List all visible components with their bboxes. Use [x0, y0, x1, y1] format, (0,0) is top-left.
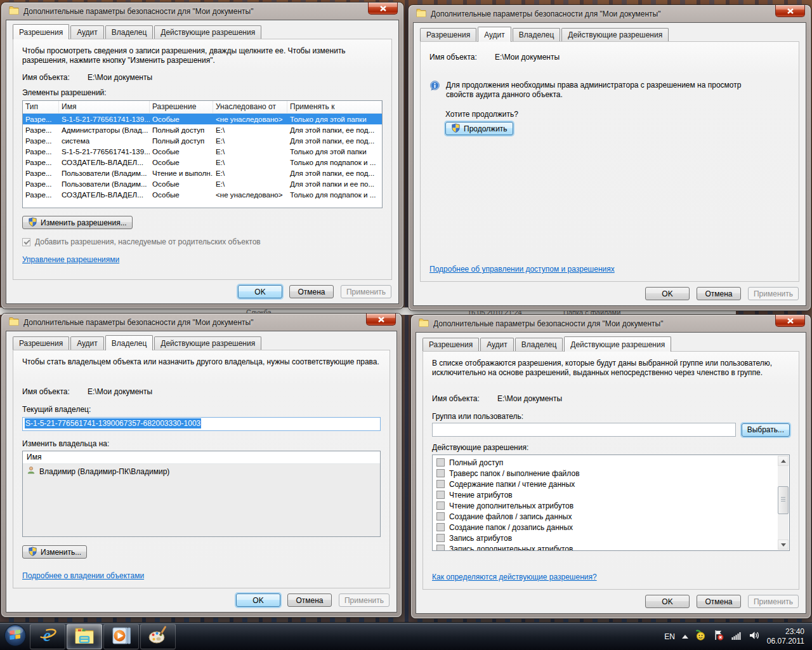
object-name-value: E:\Мои документы	[88, 387, 152, 396]
current-owner-label: Текущий владелец:	[22, 405, 381, 414]
cell-inherited-from: E:\	[213, 180, 287, 188]
ok-button[interactable]: OK	[238, 285, 282, 298]
scrollbar-thumb[interactable]	[778, 486, 789, 514]
taskbar-clock[interactable]: 23:40 06.07.2011	[767, 627, 804, 646]
titlebar[interactable]: Дополнительные параметры безопасности дл…	[1, 3, 403, 20]
permission-row[interactable]: Разре... Пользователи (Владим... Особые …	[23, 178, 382, 189]
tab-bar: Разрешения Аудит Владелец Действующие ра…	[6, 331, 396, 350]
taskbar-button-paint[interactable]	[140, 624, 176, 649]
tab-effective-permissions[interactable]: Действующие разрешения	[154, 25, 261, 39]
taskbar-button-internet-explorer[interactable]: e	[30, 624, 65, 649]
taskbar-button-windows-explorer[interactable]	[67, 624, 102, 649]
cancel-button[interactable]: Отмена	[287, 594, 332, 607]
permission-row[interactable]: Разре... Пользователи (Владим... Чтение …	[23, 168, 382, 178]
tab-audit[interactable]: Аудит	[70, 336, 104, 350]
ok-button[interactable]: OK	[645, 287, 690, 300]
select-button[interactable]: Выбрать...	[742, 423, 790, 437]
tab-owner[interactable]: Владелец	[105, 25, 154, 39]
owner-list-column-name[interactable]: Имя	[23, 451, 380, 464]
column-header-apply-to[interactable]: Применять к	[287, 101, 382, 113]
ok-button[interactable]: OK	[236, 594, 280, 607]
tab-effective-permissions[interactable]: Действующие разрешения	[561, 28, 669, 41]
column-header-inherited-from[interactable]: Унаследовано от	[213, 101, 287, 113]
close-button[interactable]	[368, 3, 398, 15]
desktop: Служба 16.05.2010 21:24 Папка с файлами …	[0, 0, 812, 650]
folder-icon	[9, 6, 19, 17]
language-indicator[interactable]: EN	[664, 632, 675, 641]
scrollbar-track[interactable]	[778, 466, 789, 540]
cell-inherited-from: E:\	[213, 158, 287, 166]
effective-permission-item: Полный доступ	[436, 457, 775, 468]
permission-row[interactable]: Разре... S-1-5-21-776561741-139... Особы…	[23, 146, 382, 157]
titlebar[interactable]: Дополнительные параметры безопасности дл…	[409, 5, 811, 22]
cell-inherited-from: <не унаследовано>	[213, 190, 287, 199]
volume-speaker-icon[interactable]	[749, 630, 760, 643]
tab-owner[interactable]: Владелец	[515, 338, 563, 351]
tab-permissions[interactable]: Разрешения	[422, 338, 479, 351]
tab-permissions[interactable]: Разрешения	[13, 24, 69, 39]
tab-effective-permissions[interactable]: Действующие разрешения	[564, 336, 671, 352]
start-button[interactable]	[1, 623, 29, 650]
cell-inherited-from: E:\	[213, 126, 287, 134]
column-header-name[interactable]: Имя	[59, 101, 150, 113]
change-permissions-button[interactable]: Изменить разрешения...	[22, 216, 133, 229]
close-button[interactable]	[775, 5, 805, 17]
permission-row[interactable]: Разре... система Полный доступ E:\ Для э…	[23, 135, 382, 146]
object-ownership-help-link[interactable]: Подробнее о владении объектами	[22, 571, 144, 580]
ok-button[interactable]: OK	[645, 595, 690, 608]
vertical-scrollbar[interactable]	[778, 456, 789, 550]
effective-permission-item: Запись дополнительных атрибутов	[436, 543, 775, 551]
titlebar[interactable]: Дополнительные параметры безопасности дл…	[411, 315, 811, 332]
permissions-tab-page: Чтобы просмотреть сведения о записи разр…	[13, 39, 392, 280]
network-bars-icon[interactable]	[731, 630, 742, 643]
group-or-user-input[interactable]	[432, 423, 736, 437]
messenger-smiley-icon[interactable]	[695, 630, 706, 643]
cell-permission: Особые	[150, 180, 213, 188]
tab-permissions[interactable]: Разрешения	[420, 28, 476, 41]
cell-apply-to: Для этой папки, ее под...	[287, 169, 382, 177]
current-owner-field[interactable]: S-1-5-21-776561741-1390067357-682003330-…	[22, 417, 381, 431]
taskbar-button-media-player[interactable]	[103, 624, 139, 649]
close-button[interactable]	[366, 314, 396, 326]
scroll-down-button[interactable]	[778, 540, 789, 550]
permission-row[interactable]: Разре... СОЗДАТЕЛЬ-ВЛАДЕЛ... Особые <не …	[23, 189, 382, 200]
column-header-type[interactable]: Тип	[23, 101, 59, 113]
change-owner-button[interactable]: Изменить...	[22, 545, 87, 559]
continue-button[interactable]: Продолжить	[445, 122, 513, 135]
permission-label: Запись дополнительных атрибутов	[449, 545, 573, 552]
group-or-user-label: Группа или пользователь:	[432, 412, 790, 421]
titlebar[interactable]: Дополнительные параметры безопасности дл…	[1, 314, 402, 331]
tab-audit[interactable]: Аудит	[70, 25, 104, 39]
tab-audit[interactable]: Аудит	[480, 338, 514, 351]
tab-owner[interactable]: Владелец	[105, 335, 154, 350]
cell-inherited-from: E:\	[213, 147, 287, 156]
cell-type: Разре...	[23, 147, 59, 156]
access-control-help-link[interactable]: Подробнее об управлении доступом и разре…	[429, 265, 615, 274]
hidden-icons-arrow[interactable]	[682, 635, 688, 639]
effective-permissions-help-link[interactable]: Как определяются действующие разрешения?	[432, 573, 597, 581]
tab-permissions[interactable]: Разрешения	[13, 336, 69, 350]
tab-bar: Разрешения Аудит Владелец Действующие ра…	[416, 333, 806, 351]
object-name-value: E:\Мои документы	[495, 53, 560, 62]
close-button[interactable]	[775, 315, 805, 327]
cancel-button[interactable]: Отмена	[289, 285, 334, 298]
folder-icon	[9, 317, 19, 328]
folder-icon	[416, 8, 426, 19]
effective-permissions-tab-page: В списке отображаются разрешения, которы…	[422, 351, 799, 590]
tab-audit[interactable]: Аудит	[478, 27, 511, 42]
permission-row[interactable]: Разре... S-1-5-21-776561741-139... Особы…	[23, 114, 382, 124]
permission-row[interactable]: Разре... Администраторы (Влад... Полный …	[23, 124, 382, 135]
cancel-button[interactable]: Отмена	[697, 287, 741, 300]
cancel-button[interactable]: Отмена	[697, 595, 741, 608]
scroll-up-button[interactable]	[778, 456, 789, 466]
managing-permissions-link[interactable]: Управление разрешениями	[22, 255, 119, 264]
tab-effective-permissions[interactable]: Действующие разрешения	[154, 336, 261, 350]
permission-row[interactable]: Разре... СОЗДАТЕЛЬ-ВЛАДЕЛ... Особые E:\ …	[23, 157, 382, 168]
tab-owner[interactable]: Владелец	[513, 28, 561, 41]
windows-explorer-icon	[74, 626, 95, 647]
owner-list-item[interactable]: Владимир (Владимир-ПК\Владимир)	[23, 464, 380, 479]
action-center-flag-icon[interactable]	[713, 630, 724, 643]
permission-entries-table: Тип Имя Разрешение Унаследовано от Приме…	[22, 100, 383, 208]
permissions-description: Чтобы просмотреть сведения о записи разр…	[22, 46, 383, 65]
column-header-permission[interactable]: Разрешение	[150, 101, 213, 113]
